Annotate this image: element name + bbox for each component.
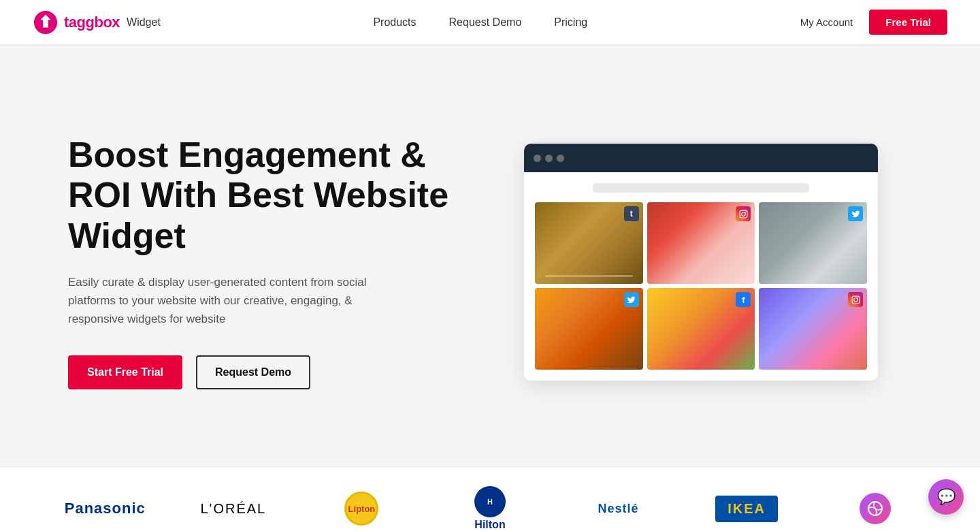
widget-grid: t: [535, 202, 867, 370]
taggbox-logo-icon: [33, 10, 59, 35]
panasonic-logo: Panasonic: [65, 500, 146, 517]
brand-hilton: H Hilton: [426, 486, 555, 531]
logo-brand-name: taggbox: [64, 14, 120, 31]
chat-icon: 💬: [937, 488, 956, 506]
nav-pricing[interactable]: Pricing: [554, 16, 587, 28]
chat-bubble[interactable]: 💬: [928, 479, 964, 515]
svg-rect-5: [852, 296, 860, 304]
brand-lipton: Lipton: [297, 492, 426, 526]
other-brand-logo: [860, 493, 891, 524]
logo-link[interactable]: taggbox Widget: [33, 10, 161, 35]
svg-point-6: [853, 297, 857, 301]
instagram-badge: [736, 206, 751, 221]
widget-cell-food2: [647, 202, 755, 284]
logo-sub-text: Widget: [127, 16, 161, 29]
hilton-name: Hilton: [474, 519, 505, 531]
lipton-logo-text: Lipton: [348, 504, 376, 514]
window-dot-1: [534, 155, 541, 162]
hero-description: Easily curate & display user-generated c…: [68, 273, 395, 329]
hero-buttons: Start Free Trial Request Demo: [68, 355, 449, 389]
hero-section: Boost Engagement & ROI With Best Website…: [0, 44, 980, 466]
twitter-badge-2: [624, 292, 639, 307]
svg-point-7: [857, 297, 858, 298]
ikea-wrap: IKEA: [715, 496, 778, 522]
request-demo-button[interactable]: Request Demo: [196, 355, 310, 389]
widget-search-bar: [593, 183, 808, 193]
window-dot-2: [545, 155, 553, 162]
hilton-circle: H: [474, 486, 506, 517]
hero-left: Boost Engagement & ROI With Best Website…: [68, 135, 449, 390]
brands-bar: Panasonic L'ORÉAL Lipton H Hilton Nestlé…: [0, 466, 980, 531]
nav-products[interactable]: Products: [373, 16, 416, 28]
hilton-logo-group: H Hilton: [474, 486, 506, 531]
free-trial-button[interactable]: Free Trial: [869, 10, 947, 35]
ikea-logo: IKEA: [728, 501, 766, 516]
svg-point-1: [43, 20, 48, 25]
brand-panasonic: Panasonic: [41, 500, 169, 517]
widget-body: t: [524, 172, 878, 381]
widget-cell-table1: [759, 288, 867, 370]
nav-request-demo[interactable]: Request Demo: [449, 16, 522, 28]
nav-links: Products Request Demo Pricing: [373, 16, 587, 29]
svg-point-4: [745, 211, 746, 212]
widget-mockup: t: [524, 144, 878, 381]
twitter-badge-1: [848, 206, 863, 221]
facebook-badge: f: [736, 292, 751, 307]
tumblr-badge: t: [624, 206, 639, 221]
brand-nestle: Nestlé: [554, 502, 683, 516]
brand-ikea: IKEA: [683, 496, 811, 522]
widget-titlebar: [524, 144, 878, 172]
instagram-badge-2: [848, 292, 863, 307]
hero-right: t: [449, 144, 926, 381]
my-account-link[interactable]: My Account: [800, 16, 853, 28]
navbar: taggbox Widget Products Request Demo Pri…: [0, 0, 980, 44]
nav-right: My Account Free Trial: [800, 10, 947, 35]
svg-rect-2: [740, 210, 747, 218]
nestle-logo: Nestlé: [598, 502, 639, 516]
widget-cell-view1: [535, 288, 643, 370]
lipton-circle: Lipton: [344, 492, 378, 526]
start-free-trial-button[interactable]: Start Free Trial: [68, 355, 182, 389]
window-dot-3: [557, 155, 564, 162]
widget-cell-room1: [759, 202, 867, 284]
loreal-logo: L'ORÉAL: [200, 501, 266, 517]
widget-cell-food1: t: [535, 202, 643, 284]
brand-loreal: L'ORÉAL: [169, 501, 298, 517]
widget-cell-food3: f: [647, 288, 755, 370]
hero-title: Boost Engagement & ROI With Best Website…: [68, 135, 449, 257]
svg-point-3: [742, 212, 745, 215]
brand-other: [811, 493, 939, 524]
